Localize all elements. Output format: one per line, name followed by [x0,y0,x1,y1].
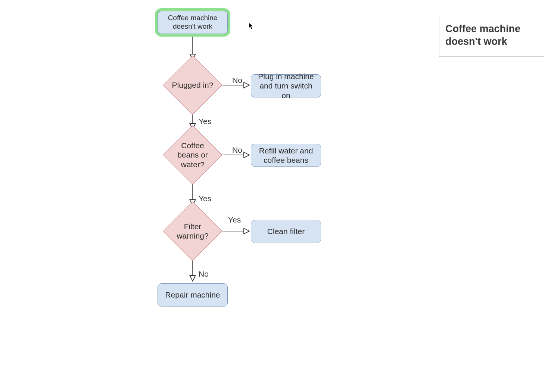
node-label: Coffee beans or water? [172,141,214,169]
edges-layer [0,0,551,392]
node-repair-machine[interactable]: Repair machine [158,283,228,307]
node-label: Plugged in? [172,80,214,90]
node-label: Clean filter [267,227,305,236]
node-label: Plug in machine and turn switch on [255,72,317,100]
node-clean-filter[interactable]: Clean filter [251,220,321,243]
node-coffee-machine-doesnt-work[interactable]: Coffee machine doesn't work [158,11,228,34]
node-filter-warning[interactable]: Filter warning? [172,210,214,252]
node-label: Repair machine [165,290,220,299]
details-panel-title: Coffee machine doesn't work [445,23,538,48]
node-coffee-beans-or-water[interactable]: Coffee beans or water? [172,134,214,176]
edge-label-plugged-in-yes: Yes [199,116,211,126]
details-panel[interactable]: Coffee machine doesn't work [439,16,544,57]
node-plugged-in[interactable]: Plugged in? [172,64,214,106]
node-label: Coffee machine doesn't work [162,14,224,31]
node-refill-water-beans[interactable]: Refill water and coffee beans [251,144,321,167]
edge-label-filter-no: No [199,269,209,279]
edge-label-beans-water-no: No [232,145,242,155]
edge-label-beans-water-yes: Yes [199,194,211,203]
node-label: Refill water and coffee beans [255,146,317,165]
edge-label-filter-yes: Yes [228,215,241,224]
diagram-canvas[interactable]: Coffee machine doesn't work Plugged in? … [0,0,551,392]
edge-label-plugged-in-no: No [232,75,242,85]
node-label: Filter warning? [172,222,214,240]
node-plug-in-machine[interactable]: Plug in machine and turn switch on [251,74,321,97]
